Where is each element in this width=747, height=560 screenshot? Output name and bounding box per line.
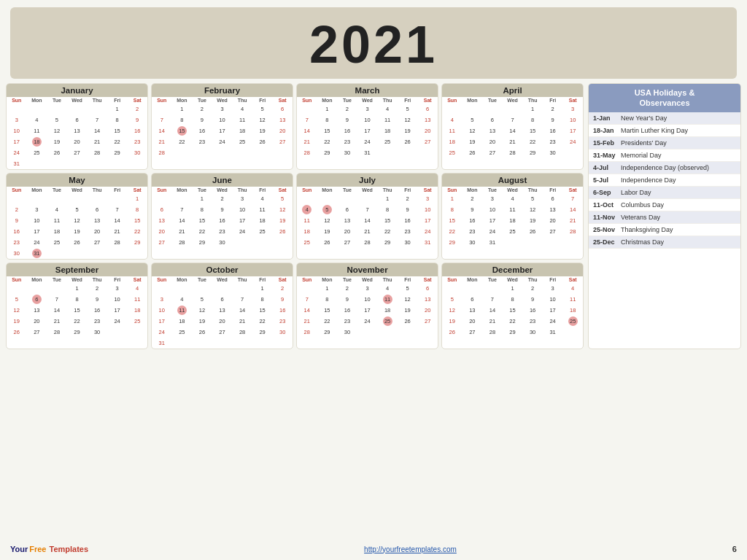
day-cell: 24	[212, 136, 233, 147]
day-cell: 5	[442, 294, 462, 305]
day-cell: 29	[67, 327, 88, 338]
day-cell	[27, 283, 47, 294]
day-cell: 25	[232, 136, 252, 147]
day-header-sun: Sun	[7, 187, 27, 193]
day-header-wed: Wed	[503, 97, 523, 104]
day-cell: 31	[417, 237, 438, 248]
day-cell: 17	[562, 125, 583, 136]
day-cell: 26	[67, 237, 88, 248]
day-cell: 19	[192, 316, 212, 327]
day-cell: 16	[212, 215, 233, 226]
day-cell: 3	[482, 193, 503, 204]
day-cell: 20	[67, 136, 88, 147]
day-header-thu: Thu	[87, 187, 107, 193]
day-cell: 26	[252, 136, 273, 147]
day-cell: 30	[522, 327, 543, 338]
day-cell: 2	[522, 283, 543, 294]
day-header-fri: Fri	[107, 97, 128, 104]
day-cell: 14	[232, 305, 252, 316]
day-cell: 6	[417, 283, 438, 294]
day-cell: 15	[377, 215, 398, 226]
day-cell: 16	[7, 226, 27, 237]
month-header-september: September	[7, 263, 147, 276]
day-cell: 5	[398, 283, 418, 294]
day-cell: 9	[462, 204, 483, 215]
day-cell	[297, 104, 317, 114]
day-cell	[297, 283, 317, 294]
holiday-name: Labor Day	[621, 189, 736, 196]
holiday-name: Columbus Day	[621, 201, 736, 209]
holiday-item: 1-JanNew Year's Day	[589, 112, 740, 125]
day-cell: 18	[27, 136, 47, 147]
day-cell: 20	[87, 226, 107, 237]
day-cell: 28	[172, 237, 193, 248]
day-cell	[27, 158, 47, 169]
day-header-thu: Thu	[232, 97, 252, 104]
month-february: FebruarySunMonTueWedThuFriSat12345678910…	[151, 83, 293, 170]
day-cell: 23	[272, 316, 293, 327]
day-cell: 24	[232, 226, 252, 237]
day-cell: 30	[212, 237, 233, 248]
day-cell	[462, 104, 483, 114]
day-cell: 7	[297, 294, 317, 305]
day-cell: 1	[522, 104, 543, 114]
day-header-sun: Sun	[152, 187, 172, 193]
day-cell: 8	[172, 114, 193, 125]
holiday-name: Independence Day (observed)	[621, 164, 736, 171]
day-cell: 11	[252, 204, 273, 215]
month-header-february: February	[152, 84, 293, 97]
day-cell: 11	[47, 215, 67, 226]
month-header-may: May	[7, 174, 147, 187]
day-cell	[67, 104, 88, 114]
day-cell: 5	[67, 204, 88, 215]
day-cell	[87, 158, 107, 169]
day-cell	[357, 327, 378, 338]
day-cell: 28	[297, 327, 317, 338]
day-cell: 17	[232, 215, 252, 226]
day-header-sat: Sat	[562, 187, 583, 193]
day-cell: 27	[543, 226, 563, 237]
month-august: AugustSunMonTueWedThuFriSat1234567891011…	[441, 173, 584, 260]
day-grid: 1234567891011121314151617181920212223242…	[7, 104, 147, 169]
day-cell	[172, 147, 193, 158]
day-cell: 8	[442, 204, 462, 215]
day-cell: 3	[357, 283, 378, 294]
day-cell: 8	[377, 204, 398, 215]
day-cell: 24	[417, 226, 438, 237]
day-cell: 23	[87, 316, 107, 327]
day-header-tue: Tue	[337, 276, 357, 283]
day-cell: 27	[417, 136, 438, 147]
day-cell: 7	[503, 114, 523, 125]
day-cell	[462, 283, 483, 294]
day-cell: 13	[152, 215, 172, 226]
holiday-name: Independence Day	[621, 176, 736, 184]
day-header-mon: Mon	[462, 97, 483, 104]
day-cell: 9	[192, 114, 212, 125]
day-cell: 13	[212, 305, 233, 316]
day-headers: SunMonTueWedThuFriSat	[7, 97, 147, 104]
day-cell: 14	[357, 215, 378, 226]
day-cell: 16	[337, 305, 357, 316]
day-cell: 31	[543, 327, 563, 338]
day-cell: 20	[212, 316, 233, 327]
day-cell: 22	[192, 226, 212, 237]
day-cell	[87, 193, 107, 204]
day-cell	[212, 283, 233, 294]
day-cell: 7	[482, 294, 503, 305]
footer-link[interactable]: http://yourfreetemplates.com	[364, 545, 457, 553]
day-cell: 14	[87, 125, 107, 136]
day-header-fri: Fri	[543, 276, 563, 283]
day-cell: 16	[398, 215, 418, 226]
day-cell: 4	[377, 104, 398, 114]
day-cell: 7	[232, 294, 252, 305]
day-cell: 13	[27, 305, 47, 316]
day-header-fri: Fri	[543, 187, 563, 193]
day-cell: 22	[67, 316, 88, 327]
day-cell: 25	[47, 237, 67, 248]
day-cell: 7	[297, 114, 317, 125]
day-cell	[337, 193, 357, 204]
day-cell: 27	[87, 237, 107, 248]
day-cell: 20	[272, 125, 293, 136]
month-header-january: January	[7, 84, 147, 97]
day-cell: 12	[272, 204, 293, 215]
